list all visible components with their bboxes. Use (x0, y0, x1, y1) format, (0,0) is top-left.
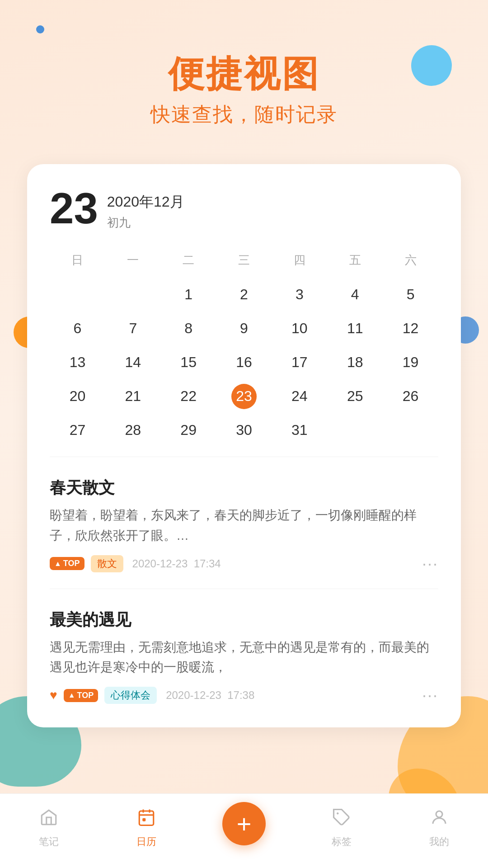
note-content-1: 盼望着，盼望着，东风来了，春天的脚步近了，一切像刚睡醒的样子，欣欣然张开了眼。… (50, 505, 438, 546)
svg-rect-0 (139, 811, 154, 826)
calendar-day-cell[interactable]: 25 (327, 381, 383, 412)
calendar-day-cell[interactable]: 29 (161, 415, 216, 446)
weekday-header-cell: 四 (272, 249, 327, 272)
note-entry-1: 春天散文 盼望着，盼望着，东风来了，春天的脚步近了，一切像刚睡醒的样子，欣欣然张… (50, 468, 438, 578)
calendar-day-cell[interactable]: 5 (383, 279, 438, 310)
nav-item-calendar[interactable]: 日历 (119, 808, 174, 849)
calendar-day-cell (327, 415, 383, 446)
calendar-day-cell[interactable]: 15 (161, 347, 216, 378)
calendar-day-cell[interactable]: 26 (383, 381, 438, 412)
tag-prose-1[interactable]: 散文 (91, 555, 123, 572)
tag-insight-2[interactable]: 心得体会 (104, 687, 157, 704)
home-icon (39, 808, 58, 831)
date-year-month: 2020年12月 (107, 192, 184, 212)
calendar-day-cell[interactable]: 14 (105, 347, 161, 378)
calendar-body[interactable]: 1234567891011121314151617181920212223242… (50, 279, 438, 446)
date-info: 2020年12月 初九 (107, 187, 184, 231)
app-title: 便捷视图 (0, 54, 488, 94)
note-meta-2: ♥ ▲ TOP 心得体会 2020-12-23 17:38 ··· (50, 686, 438, 705)
nav-item-notes[interactable]: 笔记 (22, 808, 76, 849)
date-header: 23 2020年12月 初九 (50, 187, 438, 231)
date-day: 23 (50, 187, 98, 230)
calendar-day-cell[interactable]: 12 (383, 313, 438, 344)
calendar-weekday-header: 日一二三四五六 (50, 249, 438, 272)
calendar-day-cell[interactable]: 19 (383, 347, 438, 378)
heart-icon-2: ♥ (50, 688, 57, 703)
top-arrow-icon-2: ▲ (68, 691, 75, 699)
weekday-header-cell: 五 (327, 249, 383, 272)
top-label-2: TOP (77, 691, 94, 700)
calendar-day-cell[interactable]: 16 (216, 347, 272, 378)
svg-point-6 (436, 811, 442, 817)
calendar: 日一二三四五六 12345678910111213141516171819202… (50, 249, 438, 446)
calendar-icon (137, 808, 156, 831)
nav-label-notes: 笔记 (39, 835, 59, 849)
calendar-day-cell[interactable]: 11 (327, 313, 383, 344)
calendar-day-cell[interactable]: 6 (50, 313, 105, 344)
calendar-day-cell (105, 279, 161, 310)
top-label-1: TOP (63, 559, 80, 568)
calendar-day-cell[interactable]: 8 (161, 313, 216, 344)
calendar-day-cell[interactable]: 10 (272, 313, 327, 344)
note-title-2: 最美的遇见 (50, 609, 438, 631)
calendar-day-cell[interactable]: 30 (216, 415, 272, 446)
calendar-day-cell[interactable]: 21 (105, 381, 161, 412)
add-button[interactable]: + (222, 802, 266, 845)
nav-label-tags: 标签 (332, 835, 352, 849)
weekday-header-cell: 二 (161, 249, 216, 272)
top-badge-2: ▲ TOP (64, 689, 99, 702)
note-entry-2: 最美的遇见 遇见无需理由，无需刻意地追求，无意中的遇见是常有的，而最美的遇见也许… (50, 600, 438, 710)
calendar-day-cell[interactable]: 24 (272, 381, 327, 412)
nav-label-calendar: 日历 (136, 835, 156, 849)
note-more-button-1[interactable]: ··· (422, 554, 438, 573)
nav-label-mine: 我的 (429, 835, 449, 849)
weekday-header-cell: 六 (383, 249, 438, 272)
calendar-day-cell[interactable]: 7 (105, 313, 161, 344)
nav-item-add[interactable]: + (217, 802, 271, 854)
bottom-nav: 笔记 日历 + 标签 (0, 793, 488, 868)
divider-2 (50, 589, 438, 589)
calendar-day-cell[interactable]: 22 (161, 381, 216, 412)
top-arrow-icon-1: ▲ (54, 560, 61, 568)
note-date-2: 2020-12-23 17:38 (166, 689, 254, 702)
weekday-header-cell: 一 (105, 249, 161, 272)
calendar-day-cell[interactable]: 27 (50, 415, 105, 446)
header: 便捷视图 快速查找，随时记录 (0, 0, 488, 137)
calendar-day-cell[interactable]: 28 (105, 415, 161, 446)
calendar-day-cell (383, 415, 438, 446)
calendar-day-cell[interactable]: 20 (50, 381, 105, 412)
calendar-day-cell[interactable]: 13 (50, 347, 105, 378)
weekday-header-cell: 三 (216, 249, 272, 272)
nav-item-tags[interactable]: 标签 (314, 808, 369, 849)
divider-1 (50, 457, 438, 457)
calendar-day-cell[interactable]: 31 (272, 415, 327, 446)
top-badge-1: ▲ TOP (50, 557, 84, 570)
calendar-day-cell[interactable]: 3 (272, 279, 327, 310)
note-date-1: 2020-12-23 17:34 (132, 557, 221, 570)
date-lunar: 初九 (107, 215, 184, 231)
note-meta-1: ▲ TOP 散文 2020-12-23 17:34 ··· (50, 554, 438, 573)
calendar-day-cell[interactable]: 17 (272, 347, 327, 378)
calendar-day-cell (50, 279, 105, 310)
calendar-day-cell[interactable]: 4 (327, 279, 383, 310)
calendar-day-cell[interactable]: 1 (161, 279, 216, 310)
app-subtitle: 快速查找，随时记录 (0, 101, 488, 128)
note-content-2: 遇见无需理由，无需刻意地追求，无意中的遇见是常有的，而最美的遇见也许是寒冷中的一… (50, 637, 438, 678)
user-icon (430, 808, 449, 831)
tag-icon (332, 808, 351, 831)
add-icon: + (237, 809, 252, 839)
nav-item-mine[interactable]: 我的 (412, 808, 466, 849)
svg-rect-4 (142, 818, 145, 821)
note-more-button-2[interactable]: ··· (422, 686, 438, 705)
calendar-day-cell[interactable]: 2 (216, 279, 272, 310)
calendar-day-cell[interactable]: 18 (327, 347, 383, 378)
calendar-day-cell[interactable]: 23 (216, 381, 272, 412)
main-card: 23 2020年12月 初九 日一二三四五六 12345678910111213… (27, 164, 461, 727)
note-title-1: 春天散文 (50, 477, 438, 499)
weekday-header-cell: 日 (50, 249, 105, 272)
calendar-day-cell[interactable]: 9 (216, 313, 272, 344)
